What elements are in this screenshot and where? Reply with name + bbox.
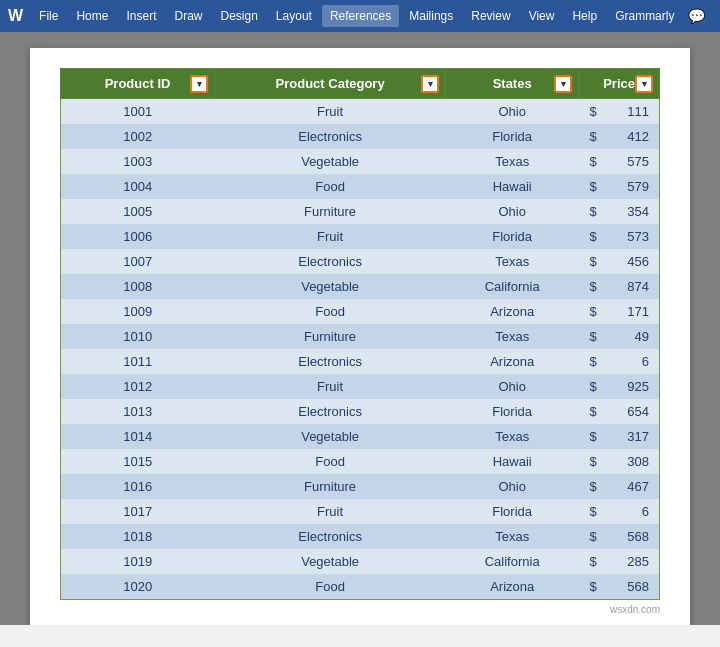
cell-product-id: 1017 [61, 499, 215, 524]
data-table: Product ID ▾ Product Category ▾ States ▾… [60, 68, 660, 600]
cell-price-symbol: $ [579, 224, 599, 249]
cell-category: Fruit [215, 99, 446, 125]
cell-state: Florida [446, 224, 579, 249]
cell-price-value: 467 [599, 474, 660, 499]
cell-price-symbol: $ [579, 474, 599, 499]
cell-category: Food [215, 574, 446, 600]
filter-product-id[interactable]: ▾ [190, 75, 208, 93]
col-header-price: Price ▾ [579, 69, 660, 99]
table-row: 1012FruitOhio$925 [61, 374, 660, 399]
cell-category: Vegetable [215, 274, 446, 299]
cell-product-id: 1009 [61, 299, 215, 324]
table-row: 1020FoodArizona$568 [61, 574, 660, 600]
menu-file[interactable]: File [31, 5, 66, 27]
cell-price-value: 568 [599, 524, 660, 549]
table-row: 1003VegetableTexas$575 [61, 149, 660, 174]
cell-state: Texas [446, 324, 579, 349]
menu-help[interactable]: Help [564, 5, 605, 27]
comment-icon[interactable]: 💬 [684, 6, 709, 26]
menu-bar-right: 💬 ↗ [684, 6, 720, 26]
menu-layout[interactable]: Layout [268, 5, 320, 27]
menu-home[interactable]: Home [68, 5, 116, 27]
cell-price-value: 456 [599, 249, 660, 274]
cell-state: Arizona [446, 349, 579, 374]
cell-price-value: 412 [599, 124, 660, 149]
cell-product-id: 1012 [61, 374, 215, 399]
share-icon[interactable]: ↗ [715, 6, 720, 26]
cell-product-id: 1011 [61, 349, 215, 374]
cell-category: Vegetable [215, 424, 446, 449]
cell-product-id: 1018 [61, 524, 215, 549]
cell-product-id: 1015 [61, 449, 215, 474]
cell-price-symbol: $ [579, 349, 599, 374]
menu-review[interactable]: Review [463, 5, 518, 27]
menu-draw[interactable]: Draw [166, 5, 210, 27]
cell-category: Fruit [215, 499, 446, 524]
cell-price-symbol: $ [579, 99, 599, 125]
cell-category: Electronics [215, 524, 446, 549]
table-row: 1018ElectronicsTexas$568 [61, 524, 660, 549]
cell-price-value: 568 [599, 574, 660, 600]
table-row: 1017FruitFlorida$6 [61, 499, 660, 524]
cell-product-id: 1003 [61, 149, 215, 174]
cell-price-symbol: $ [579, 124, 599, 149]
cell-state: Arizona [446, 574, 579, 600]
col-header-states: States ▾ [446, 69, 579, 99]
cell-price-symbol: $ [579, 199, 599, 224]
cell-price-value: 573 [599, 224, 660, 249]
cell-price-value: 575 [599, 149, 660, 174]
cell-category: Electronics [215, 249, 446, 274]
cell-price-symbol: $ [579, 499, 599, 524]
table-header-row: Product ID ▾ Product Category ▾ States ▾… [61, 69, 660, 99]
table-row: 1015FoodHawaii$308 [61, 449, 660, 474]
filter-states[interactable]: ▾ [554, 75, 572, 93]
cell-price-value: 6 [599, 349, 660, 374]
filter-product-category[interactable]: ▾ [421, 75, 439, 93]
filter-price[interactable]: ▾ [635, 75, 653, 93]
cell-category: Vegetable [215, 549, 446, 574]
menu-view[interactable]: View [521, 5, 563, 27]
cell-product-id: 1001 [61, 99, 215, 125]
cell-state: Texas [446, 424, 579, 449]
cell-category: Food [215, 299, 446, 324]
col-header-product-id: Product ID ▾ [61, 69, 215, 99]
cell-price-value: 111 [599, 99, 660, 125]
cell-product-id: 1019 [61, 549, 215, 574]
table-row: 1014VegetableTexas$317 [61, 424, 660, 449]
cell-state: Florida [446, 124, 579, 149]
cell-price-symbol: $ [579, 524, 599, 549]
cell-state: Ohio [446, 199, 579, 224]
cell-price-value: 654 [599, 399, 660, 424]
cell-category: Furniture [215, 324, 446, 349]
cell-price-symbol: $ [579, 274, 599, 299]
cell-product-id: 1008 [61, 274, 215, 299]
table-row: 1005FurnitureOhio$354 [61, 199, 660, 224]
cell-price-value: 6 [599, 499, 660, 524]
table-row: 1016FurnitureOhio$467 [61, 474, 660, 499]
table-row: 1010FurnitureTexas$49 [61, 324, 660, 349]
col-header-product-category: Product Category ▾ [215, 69, 446, 99]
menu-mailings[interactable]: Mailings [401, 5, 461, 27]
cell-product-id: 1007 [61, 249, 215, 274]
cell-category: Food [215, 449, 446, 474]
watermark: wsxdn.com [60, 604, 660, 615]
cell-price-value: 285 [599, 549, 660, 574]
cell-category: Electronics [215, 349, 446, 374]
menu-insert[interactable]: Insert [118, 5, 164, 27]
cell-price-value: 874 [599, 274, 660, 299]
page: Product ID ▾ Product Category ▾ States ▾… [30, 48, 690, 625]
table-row: 1019VegetableCalifornia$285 [61, 549, 660, 574]
menu-grammarly[interactable]: Grammarly [607, 5, 682, 27]
table-row: 1006FruitFlorida$573 [61, 224, 660, 249]
menu-references[interactable]: References [322, 5, 399, 27]
cell-price-symbol: $ [579, 424, 599, 449]
cell-price-symbol: $ [579, 149, 599, 174]
table-row: 1001FruitOhio$111 [61, 99, 660, 125]
cell-price-symbol: $ [579, 549, 599, 574]
table-row: 1009FoodArizona$171 [61, 299, 660, 324]
cell-category: Furniture [215, 199, 446, 224]
menu-design[interactable]: Design [213, 5, 266, 27]
cell-product-id: 1005 [61, 199, 215, 224]
cell-product-id: 1014 [61, 424, 215, 449]
cell-product-id: 1004 [61, 174, 215, 199]
